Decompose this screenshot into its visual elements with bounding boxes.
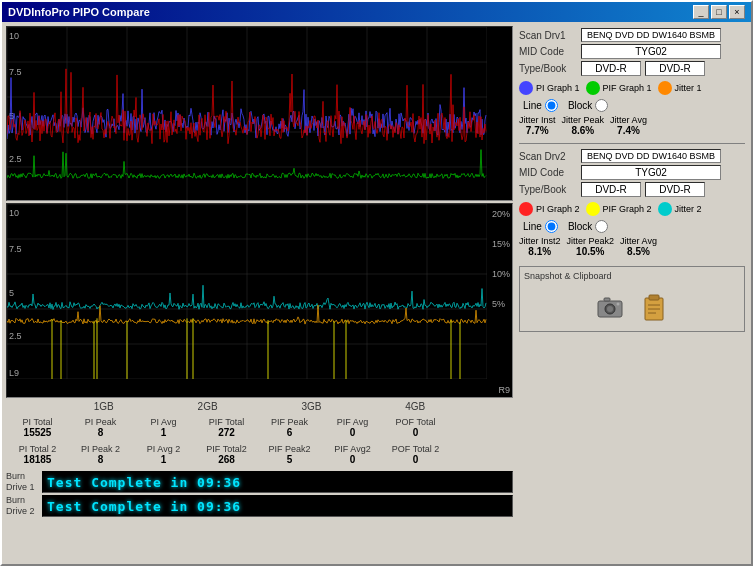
graph-indicators-1: PI Graph 1 PIF Graph 1 Jitter 1 bbox=[519, 78, 745, 98]
mid-code1-row: MID Code TYG02 bbox=[519, 44, 745, 59]
title-bar-controls: _ □ × bbox=[693, 5, 745, 19]
scan1-info: Scan Drv1 BENQ DVD DD DW1640 BSMB MID Co… bbox=[519, 28, 745, 138]
pi-avg-1: PI Avg 1 bbox=[136, 417, 191, 438]
pif-graph1-icon bbox=[586, 81, 600, 95]
pi-graph1-icon bbox=[519, 81, 533, 95]
block-radio-input-1[interactable] bbox=[595, 99, 608, 112]
jitter-avg2-label: Jitter Avg bbox=[620, 236, 657, 246]
jitter-avg-2: Jitter Avg 8.5% bbox=[620, 236, 657, 257]
burn-row-2: Burn Drive 2 Test Complete in 09:36 bbox=[6, 495, 513, 517]
content-area: 20% 15% 10% 5% R9 1GB 2GB 3GB 4GB bbox=[2, 22, 751, 564]
scan-drv2-value: BENQ DVD DD DW1640 BSMB bbox=[581, 149, 721, 163]
scan-drv2-label: Scan Drv2 bbox=[519, 151, 577, 162]
divider-1 bbox=[519, 143, 745, 144]
y-label-r9: R9 bbox=[498, 385, 510, 395]
line-radio-input-1[interactable] bbox=[545, 99, 558, 112]
block-label-1: Block bbox=[568, 100, 592, 111]
stats-row-2: PI Total 2 18185 PI Peak 2 8 PI Avg 2 1 … bbox=[6, 442, 513, 467]
stats-row-1: PI Total 15525 PI Peak 8 PI Avg 1 PIF To… bbox=[6, 415, 513, 440]
snapshot-box: Snapshot & Clipboard bbox=[519, 266, 745, 332]
x-4gb: 4GB bbox=[405, 401, 425, 412]
pi-peak-1: PI Peak 8 bbox=[73, 417, 128, 438]
block-label-2: Block bbox=[568, 221, 592, 232]
minimize-button[interactable]: _ bbox=[693, 5, 709, 19]
jitter-peak1-val: 8.6% bbox=[571, 125, 594, 136]
burn-section: Burn Drive 1 Test Complete in 09:36 Burn… bbox=[6, 471, 513, 517]
type1-value1: DVD-R bbox=[581, 61, 641, 76]
close-button[interactable]: × bbox=[729, 5, 745, 19]
jitter-row-1: Jitter Inst 7.7% Jitter Peak 8.6% Jitter… bbox=[519, 113, 745, 138]
jitter2-label: Jitter 2 bbox=[675, 204, 702, 214]
jitter1-label: Jitter 1 bbox=[675, 83, 702, 93]
pi-avg-2: PI Avg 2 1 bbox=[136, 444, 191, 465]
svg-point-4 bbox=[617, 303, 620, 306]
chart1-container bbox=[6, 26, 513, 201]
line-label-1: Line bbox=[523, 100, 542, 111]
block-radio-input-2[interactable] bbox=[595, 220, 608, 233]
snapshot-icons bbox=[524, 287, 740, 327]
burn-drive2-label: Burn Drive 2 bbox=[6, 495, 38, 517]
y-label-10: 10% bbox=[492, 269, 510, 279]
pif-total-1: PIF Total 272 bbox=[199, 417, 254, 438]
pif-total-2: PIF Total2 268 bbox=[199, 444, 254, 465]
pi-peak-2: PI Peak 2 8 bbox=[73, 444, 128, 465]
pif-peak-2: PIF Peak2 5 bbox=[262, 444, 317, 465]
jitter-inst-1: Jitter Inst 7.7% bbox=[519, 115, 556, 136]
jitter-avg1-label: Jitter Avg bbox=[610, 115, 647, 125]
jitter-peak1-label: Jitter Peak bbox=[562, 115, 605, 125]
clipboard-button[interactable] bbox=[638, 291, 670, 323]
type2-row: Type/Book DVD-R DVD-R bbox=[519, 182, 745, 197]
right-panel: Scan Drv1 BENQ DVD DD DW1640 BSMB MID Co… bbox=[517, 26, 747, 560]
mid-code1-label: MID Code bbox=[519, 46, 577, 57]
pi-graph2-label: PI Graph 2 bbox=[536, 204, 580, 214]
y-label-15: 15% bbox=[492, 239, 510, 249]
pif-graph1-ind: PIF Graph 1 bbox=[586, 81, 652, 95]
pof-total-1: POF Total 0 bbox=[388, 417, 443, 438]
jitter-avg2-val: 8.5% bbox=[627, 246, 650, 257]
pif-peak-1: PIF Peak 6 bbox=[262, 417, 317, 438]
jitter-inst1-val: 7.7% bbox=[526, 125, 549, 136]
camera-icon bbox=[596, 295, 624, 319]
svg-rect-6 bbox=[649, 295, 659, 300]
jitter2-icon bbox=[658, 202, 672, 216]
camera-button[interactable] bbox=[594, 291, 626, 323]
pi-graph2-icon bbox=[519, 202, 533, 216]
title-bar-title: DVDInfoPro PIPO Compare bbox=[8, 6, 150, 18]
x-3gb: 3GB bbox=[301, 401, 321, 412]
radio-row-1: Line Block bbox=[523, 98, 745, 113]
pi-graph1-ind: PI Graph 1 bbox=[519, 81, 580, 95]
graph-indicators-2: PI Graph 2 PIF Graph 2 Jitter 2 bbox=[519, 199, 745, 219]
mid-code2-label: MID Code bbox=[519, 167, 577, 178]
mid-code1-value: TYG02 bbox=[581, 44, 721, 59]
jitter-peak2-label: Jitter Peak2 bbox=[567, 236, 615, 246]
type2-value1: DVD-R bbox=[581, 182, 641, 197]
jitter-inst2-val: 8.1% bbox=[528, 246, 551, 257]
clipboard-icon bbox=[642, 293, 666, 321]
x-axis: 1GB 2GB 3GB 4GB bbox=[6, 400, 513, 413]
pif-graph2-icon bbox=[586, 202, 600, 216]
radio-row-2: Line Block bbox=[523, 219, 745, 234]
y-label-5: 5% bbox=[492, 299, 510, 309]
jitter-peak-2: Jitter Peak2 10.5% bbox=[567, 236, 615, 257]
x-2gb: 2GB bbox=[198, 401, 218, 412]
jitter-row-2: Jitter Inst2 8.1% Jitter Peak2 10.5% Jit… bbox=[519, 234, 745, 259]
pi-graph2-ind: PI Graph 2 bbox=[519, 202, 580, 216]
scan-drv1-label: Scan Drv1 bbox=[519, 30, 577, 41]
pif-avg-2: PIF Avg2 0 bbox=[325, 444, 380, 465]
svg-point-2 bbox=[607, 306, 613, 312]
jitter-avg-1: Jitter Avg 7.4% bbox=[610, 115, 647, 136]
mid-code2-row: MID Code TYG02 bbox=[519, 165, 745, 180]
block-radio-1: Block bbox=[568, 99, 608, 112]
maximize-button[interactable]: □ bbox=[711, 5, 727, 19]
type2-value2: DVD-R bbox=[645, 182, 705, 197]
line-radio-2: Line bbox=[523, 220, 558, 233]
title-bar: DVDInfoPro PIPO Compare _ □ × bbox=[2, 2, 751, 22]
type1-row: Type/Book DVD-R DVD-R bbox=[519, 61, 745, 76]
burn-drive1-label: Burn Drive 1 bbox=[6, 471, 38, 493]
pif-graph2-label: PIF Graph 2 bbox=[603, 204, 652, 214]
window-title: DVDInfoPro PIPO Compare bbox=[8, 6, 150, 18]
scan-drv1-row: Scan Drv1 BENQ DVD DD DW1640 BSMB bbox=[519, 28, 745, 42]
scan-drv2-row: Scan Drv2 BENQ DVD DD DW1640 BSMB bbox=[519, 149, 745, 163]
pif-avg-1: PIF Avg 0 bbox=[325, 417, 380, 438]
line-radio-input-2[interactable] bbox=[545, 220, 558, 233]
